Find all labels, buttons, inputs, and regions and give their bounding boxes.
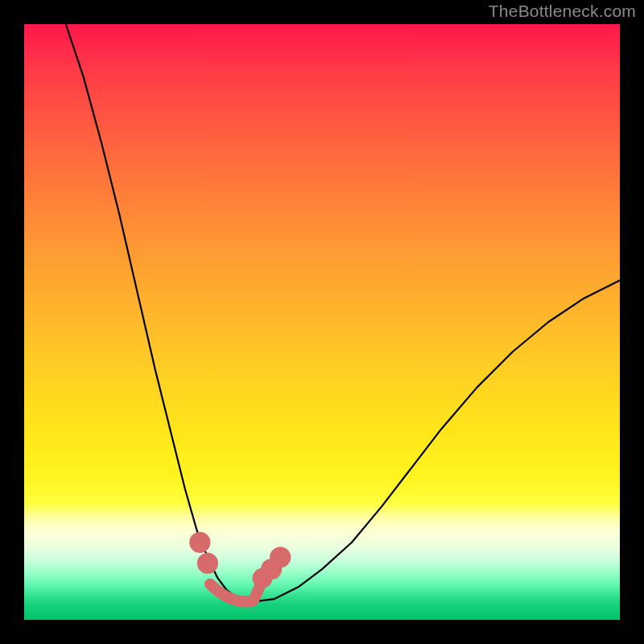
- marker-dot: [197, 553, 218, 574]
- marker-layer: [24, 24, 620, 620]
- marker-dot-group: [189, 532, 291, 588]
- chart-frame: TheBottleneck.com: [0, 0, 644, 644]
- trough-cap: [210, 584, 259, 602]
- marker-dot: [270, 547, 291, 568]
- watermark-text: TheBottleneck.com: [489, 2, 636, 21]
- plot-area: [24, 24, 620, 620]
- marker-dot: [189, 532, 210, 553]
